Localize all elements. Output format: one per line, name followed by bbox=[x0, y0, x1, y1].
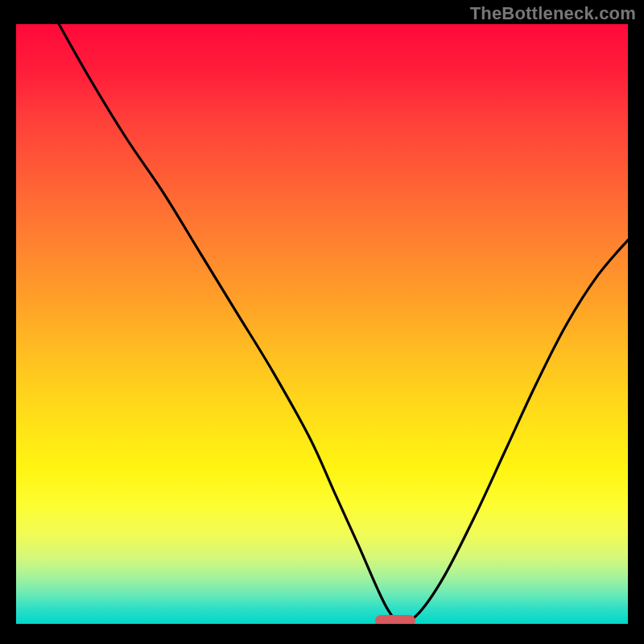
plot-area bbox=[16, 24, 628, 624]
bottleneck-curve bbox=[59, 24, 628, 624]
optimal-marker bbox=[375, 615, 415, 624]
watermark-text: TheBottleneck.com bbox=[470, 3, 636, 24]
chart-frame: TheBottleneck.com bbox=[0, 0, 644, 644]
curve-layer bbox=[16, 24, 628, 624]
